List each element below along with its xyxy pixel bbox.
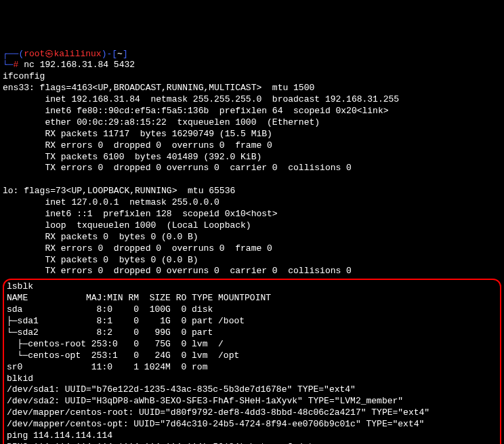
- prompt-line-2: └─# nc 192.168.31.84 5432: [3, 60, 501, 71]
- prompt-path: ~: [117, 49, 123, 59]
- prompt-host: kalilinux: [54, 49, 101, 59]
- command-text: nc 192.168.31.84 5432: [24, 60, 135, 70]
- ifconfig-output: ifconfig ens33: flags=4163<UP,BROADCAST,…: [3, 71, 399, 276]
- prompt-dash: ┌──(: [3, 49, 24, 59]
- prompt-close: )-[: [102, 49, 117, 59]
- boxed-output: lsblk NAME MAJ:MIN RM SIZE RO TYPE MOUNT…: [7, 281, 429, 444]
- prompt-at: ㉿: [45, 49, 54, 59]
- prompt-user: root: [24, 49, 45, 59]
- terminal[interactable]: ┌──(root㉿kalilinux)-[~]└─# nc 192.168.31…: [3, 49, 501, 444]
- prompt-line-1: ┌──(root㉿kalilinux)-[~]: [3, 49, 501, 60]
- highlighted-output-box: lsblk NAME MAJ:MIN RM SIZE RO TYPE MOUNT…: [3, 279, 501, 444]
- prompt-end: ]: [123, 49, 128, 59]
- prompt-prefix: └─: [3, 60, 14, 70]
